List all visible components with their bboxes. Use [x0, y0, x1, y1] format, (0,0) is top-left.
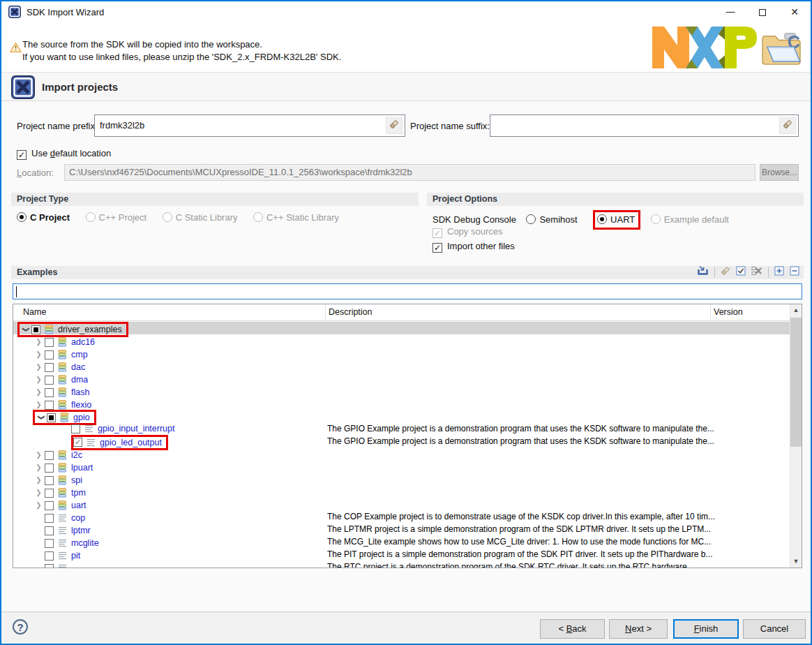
browse-button[interactable]: Browse...	[760, 164, 799, 181]
maximize-icon	[759, 9, 766, 16]
examples-table: Name Description Version ❯driver_example…	[13, 304, 802, 568]
project-name-prefix-input[interactable]: frdmk32l2b	[94, 114, 405, 137]
project-name-suffix-input[interactable]	[490, 114, 799, 137]
chevron-down-icon[interactable]: ❯	[35, 412, 47, 424]
finish-button[interactable]: Finish	[673, 619, 739, 639]
tree-row-cop[interactable]: ❯copThe COP Example project is to demons…	[13, 510, 790, 523]
tree-row-driver_examples[interactable]: ❯driver_examples	[13, 322, 790, 334]
row-checkbox-unchecked[interactable]	[45, 514, 54, 523]
column-header-name[interactable]: Name	[23, 307, 46, 317]
category-icon	[58, 337, 68, 347]
minimize-button[interactable]: —	[714, 1, 746, 22]
row-description: The COP Example project is to demonstrat…	[327, 510, 715, 523]
tree-row-mcglite[interactable]: ❯mcgliteThe MCG_Lite example shows how t…	[13, 535, 790, 548]
scroll-up-icon[interactable]: ▲	[790, 304, 802, 316]
radio-c-static-library[interactable]: C Static Library	[163, 212, 238, 223]
import-example-icon[interactable]	[697, 265, 709, 280]
select-all-icon[interactable]	[736, 266, 746, 280]
row-checkbox-unchecked[interactable]	[45, 363, 54, 372]
row-checkbox-unchecked[interactable]	[45, 350, 54, 359]
tree-row-adc16[interactable]: ❯adc16	[13, 334, 790, 347]
tree-row-flash[interactable]: ❯flash	[13, 385, 790, 397]
tree-row-gpio[interactable]: ❯gpio	[13, 410, 790, 422]
radio-selected-icon	[597, 214, 607, 224]
edit-filter-icon[interactable]	[721, 266, 730, 280]
examples-group-bar: Examples	[11, 266, 804, 279]
tree-row-uart[interactable]: ❯uart	[13, 498, 790, 510]
maximize-button[interactable]	[746, 1, 779, 22]
row-checkbox-unchecked[interactable]	[45, 489, 54, 498]
row-description: The GPIO Example project is a demonstrat…	[327, 435, 714, 447]
radio-semihost[interactable]: Semihost	[526, 214, 577, 225]
radio-icon	[163, 212, 172, 222]
project-type-options: C Project C++ Project C Static Library C…	[17, 211, 352, 223]
tree-row-pit[interactable]: ❯pitThe PIT project is a simple demonstr…	[13, 548, 790, 561]
example-icon	[58, 526, 68, 535]
row-checkbox-unchecked[interactable]	[45, 539, 54, 548]
row-checkbox-unchecked[interactable]	[45, 501, 54, 510]
import-other-files-checkbox[interactable]: ✓Import other files	[433, 241, 515, 253]
tree-row-lpuart[interactable]: ❯lpuart	[13, 460, 790, 473]
radio-cpp-project[interactable]: C++ Project	[86, 212, 147, 223]
tree-row-cmp[interactable]: ❯cmp	[13, 347, 790, 359]
checkbox-checked-icon: ✓	[433, 243, 442, 253]
row-checkbox-unchecked[interactable]	[45, 464, 54, 473]
project-type-group-title: Project Type	[11, 193, 419, 206]
row-checkbox-unchecked[interactable]	[45, 451, 54, 460]
row-checkbox-partial[interactable]	[31, 325, 40, 334]
close-button[interactable]: ✕	[779, 1, 811, 22]
import-projects-icon	[11, 75, 35, 102]
deselect-all-icon[interactable]	[751, 266, 762, 280]
tree-row-lptmr[interactable]: ❯lptmrThe LPTMR project is a simple demo…	[13, 523, 790, 535]
chevron-down-icon[interactable]: ❯	[20, 324, 32, 336]
row-checkbox-partial[interactable]	[47, 413, 56, 422]
scrollbar-thumb[interactable]	[790, 318, 802, 447]
column-header-description[interactable]: Description	[329, 307, 373, 317]
tree-row-i2c[interactable]: ❯i2c	[13, 447, 790, 460]
tree-row-dma[interactable]: ❯dma	[13, 372, 790, 385]
examples-filter-input[interactable]	[13, 283, 802, 299]
row-checkbox-unchecked[interactable]	[45, 401, 54, 410]
collapse-all-icon[interactable]	[790, 266, 799, 280]
row-checkbox-unchecked[interactable]	[45, 376, 54, 385]
tree-row-partial[interactable]: ❯The RTC project is a demonstration prog…	[13, 561, 790, 568]
row-checkbox-unchecked[interactable]	[45, 551, 54, 561]
cancel-button[interactable]: Cancel	[743, 619, 806, 639]
column-header-version[interactable]: Version	[714, 307, 743, 317]
tree-row-spi[interactable]: ❯spi	[13, 473, 790, 485]
category-icon	[58, 400, 68, 410]
row-checkbox-unchecked[interactable]	[45, 526, 54, 535]
tree-row-dac[interactable]: ❯dac	[13, 359, 790, 372]
use-default-location-checkbox[interactable]: ✓Use default location	[17, 148, 111, 160]
examples-toolbar	[697, 267, 799, 279]
tree-row-gpio_input_interrupt[interactable]: ❯gpio_input_interruptThe GPIO Example pr…	[13, 422, 790, 435]
column-divider[interactable]	[325, 304, 326, 321]
table-header: Name Description Version	[13, 304, 790, 321]
clear-suffix-icon[interactable]	[779, 117, 796, 134]
tree-row-tpm[interactable]: ❯tpm	[13, 485, 790, 498]
tree-row-gpio_led_output[interactable]: ❯✓gpio_led_outputThe GPIO Example projec…	[13, 435, 790, 447]
radio-cpp-static-library[interactable]: C++ Static Library	[253, 212, 339, 223]
expand-all-icon[interactable]	[774, 266, 784, 280]
clear-prefix-icon[interactable]	[386, 117, 403, 134]
column-divider[interactable]	[710, 304, 711, 321]
radio-uart[interactable]: UART	[597, 214, 635, 225]
row-checkbox-unchecked[interactable]	[45, 388, 54, 397]
next-button[interactable]: Next >	[609, 619, 668, 639]
sdk-import-wizard-window: SDK Import Wizard — ✕ The source from th…	[0, 0, 812, 645]
scroll-down-icon[interactable]: ▼	[790, 556, 802, 568]
radio-c-project[interactable]: C Project	[17, 212, 70, 223]
row-checkbox-unchecked[interactable]	[45, 338, 54, 347]
c-project-folder-icon: C	[760, 31, 804, 70]
row-checkbox-checked[interactable]: ✓	[73, 438, 82, 447]
row-checkbox-unchecked[interactable]	[71, 424, 80, 433]
tree-row-flexio[interactable]: ❯flexio	[13, 397, 790, 410]
back-button[interactable]: < Back	[540, 619, 605, 639]
help-button[interactable]: ?	[13, 619, 28, 635]
radio-icon	[651, 214, 661, 224]
vertical-scrollbar[interactable]: ▲ ▼	[790, 304, 802, 568]
row-checkbox-unchecked[interactable]	[45, 564, 54, 568]
tree-item: gpio_input_interrupt	[71, 422, 175, 435]
radio-example-default[interactable]: Example default	[651, 214, 729, 225]
row-checkbox-unchecked[interactable]	[45, 476, 54, 485]
